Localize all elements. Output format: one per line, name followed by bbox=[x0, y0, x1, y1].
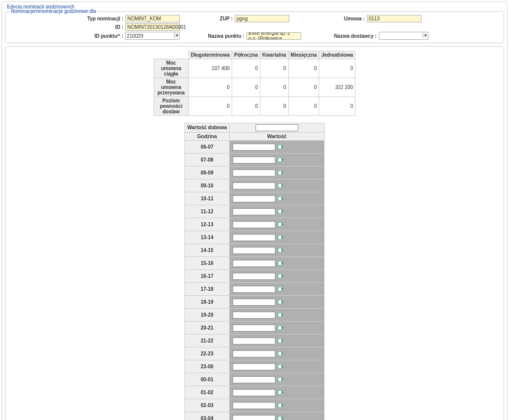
summary-row-2: Poziom pewności dostaw 0 0 0 0 0 bbox=[154, 97, 355, 116]
typ-field: NOMINT_KOM bbox=[125, 15, 180, 22]
svg-rect-17 bbox=[278, 364, 282, 368]
copy-down-icon[interactable] bbox=[277, 144, 283, 150]
hours-table: Wartość dobowa Godzina Wartość 06-0707-0… bbox=[184, 123, 325, 420]
hour-input[interactable] bbox=[233, 195, 275, 202]
copy-down-icon[interactable] bbox=[277, 403, 283, 409]
hour-label: 19-20 bbox=[185, 309, 230, 321]
copy-down-icon[interactable] bbox=[277, 299, 283, 305]
hour-input[interactable] bbox=[233, 260, 275, 267]
copy-down-icon[interactable] bbox=[277, 312, 283, 318]
copy-down-icon[interactable] bbox=[277, 325, 283, 331]
copy-down-icon[interactable] bbox=[277, 209, 283, 215]
hour-row: 01-02 bbox=[184, 386, 325, 399]
svg-rect-2 bbox=[278, 170, 282, 174]
hour-input[interactable] bbox=[233, 234, 275, 241]
copy-down-icon[interactable] bbox=[277, 235, 283, 241]
hour-row: 16-17 bbox=[184, 270, 325, 283]
copy-down-icon[interactable] bbox=[277, 170, 283, 176]
hour-input[interactable] bbox=[233, 157, 275, 164]
hour-input[interactable] bbox=[233, 312, 275, 319]
svg-rect-5 bbox=[278, 209, 282, 213]
hour-input[interactable] bbox=[233, 337, 275, 344]
hour-label: 10-11 bbox=[185, 192, 230, 205]
copy-down-icon[interactable] bbox=[277, 273, 283, 279]
svg-rect-7 bbox=[278, 235, 282, 239]
hour-input[interactable] bbox=[233, 273, 275, 280]
content-box: Długoterminowa Półroczna Kwartalna Miesi… bbox=[5, 46, 504, 420]
col-kwartalna: Kwartalna bbox=[260, 51, 288, 59]
svg-rect-14 bbox=[278, 326, 282, 330]
copy-down-icon[interactable] bbox=[277, 351, 283, 357]
col-dlugoterminowa: Długoterminowa bbox=[188, 51, 232, 59]
summary-row-1: Moc umowna przerywana 0 0 0 0 322 200 bbox=[154, 78, 355, 97]
svg-rect-13 bbox=[278, 313, 282, 317]
nazwapunktu-field: EWE Energia sp. z o.o. (Polkowice bbox=[247, 32, 301, 40]
hour-label: 08-09 bbox=[185, 167, 230, 179]
svg-rect-8 bbox=[278, 248, 282, 252]
hour-label: 09-10 bbox=[185, 179, 230, 192]
hour-row: 19-20 bbox=[184, 309, 325, 322]
hour-input[interactable] bbox=[233, 350, 275, 357]
hour-row: 21-22 bbox=[184, 335, 325, 347]
copy-down-icon[interactable] bbox=[277, 364, 283, 370]
svg-rect-6 bbox=[278, 222, 282, 226]
copy-down-icon[interactable] bbox=[277, 416, 283, 420]
hour-input[interactable] bbox=[233, 402, 275, 409]
hour-label: 20-21 bbox=[185, 322, 230, 334]
copy-down-icon[interactable] bbox=[277, 390, 283, 396]
svg-rect-9 bbox=[278, 261, 282, 265]
hour-label: 15-16 bbox=[185, 257, 230, 269]
hour-row: 08-09 bbox=[184, 167, 325, 179]
hour-input[interactable] bbox=[233, 221, 275, 228]
hour-input[interactable] bbox=[233, 299, 275, 306]
dobowa-input[interactable] bbox=[255, 124, 298, 131]
hour-label: 01-02 bbox=[185, 386, 230, 399]
hour-row: 10-11 bbox=[184, 192, 325, 205]
hour-input[interactable] bbox=[233, 363, 275, 370]
copy-down-icon[interactable] bbox=[277, 286, 283, 292]
copy-down-icon[interactable] bbox=[277, 377, 283, 383]
page-container: Edycja nominacji godzinowych Nominacje/r… bbox=[1, 1, 508, 420]
hour-label: 06-07 bbox=[185, 141, 230, 153]
hour-label: 21-22 bbox=[185, 335, 230, 347]
idpunktu-select[interactable]: 210029 bbox=[125, 32, 180, 40]
hour-input[interactable] bbox=[233, 208, 275, 215]
svg-rect-3 bbox=[278, 183, 282, 187]
zup-label: ZUP : bbox=[220, 16, 233, 21]
svg-rect-0 bbox=[278, 145, 282, 149]
hour-input[interactable] bbox=[233, 182, 275, 189]
hour-input[interactable] bbox=[233, 325, 275, 332]
col-jednodniowa: Jednodniowa bbox=[319, 51, 355, 59]
hour-row: 17-18 bbox=[184, 283, 325, 296]
nazwapunktu-label: Nazwa punktu : bbox=[208, 33, 244, 39]
svg-rect-16 bbox=[278, 351, 282, 355]
hour-label: 18-19 bbox=[185, 296, 230, 308]
hour-input[interactable] bbox=[233, 286, 275, 293]
copy-down-icon[interactable] bbox=[277, 196, 283, 202]
copy-down-icon[interactable] bbox=[277, 338, 283, 344]
hour-input[interactable] bbox=[233, 247, 275, 254]
copy-down-icon[interactable] bbox=[277, 248, 283, 253]
svg-rect-1 bbox=[278, 158, 282, 162]
svg-rect-4 bbox=[278, 196, 282, 200]
idpunktu-label: ID punktu^ : bbox=[94, 33, 123, 39]
hour-input[interactable] bbox=[233, 389, 275, 396]
hour-label: 11-12 bbox=[185, 205, 230, 218]
hour-row: 11-12 bbox=[184, 205, 325, 218]
copy-down-icon[interactable] bbox=[277, 260, 283, 266]
copy-down-icon[interactable] bbox=[277, 222, 283, 228]
hour-input[interactable] bbox=[233, 144, 275, 151]
hour-row: 03-04 bbox=[184, 412, 325, 420]
hour-label: 22-23 bbox=[185, 347, 230, 360]
nazwadostawcy-select[interactable] bbox=[379, 32, 428, 40]
svg-rect-18 bbox=[278, 377, 282, 381]
wartosc-header: Wartość bbox=[230, 133, 324, 140]
hour-input[interactable] bbox=[233, 169, 275, 176]
copy-down-icon[interactable] bbox=[277, 183, 283, 189]
typ-label: Typ nominacji : bbox=[87, 16, 123, 21]
hour-label: 23-00 bbox=[185, 360, 230, 373]
form-panel: Nominacje/renominacje godzinowe dla Typ … bbox=[5, 11, 504, 43]
hour-input[interactable] bbox=[233, 415, 275, 420]
hour-input[interactable] bbox=[233, 376, 275, 383]
copy-down-icon[interactable] bbox=[277, 157, 283, 163]
